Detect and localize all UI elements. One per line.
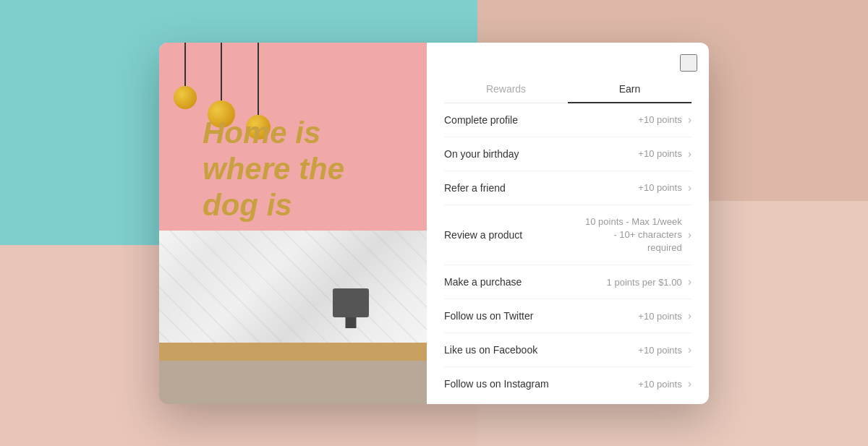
earn-item-value: +10 points (638, 345, 681, 356)
chevron-right-icon: › (688, 113, 692, 126)
close-button[interactable] (680, 54, 697, 72)
earn-item-label: Review a product (444, 229, 581, 241)
chevron-right-icon: › (688, 228, 692, 241)
earn-list-item[interactable]: Make a purchase1 points per $1.00› (444, 265, 692, 299)
earn-list-item[interactable]: Refer a friend+10 points› (444, 171, 692, 205)
earn-list-item[interactable]: Review a product10 points - Max 1/week -… (444, 205, 692, 266)
modal: Home iswhere thedog is Rewards Earn C (159, 43, 709, 404)
earn-item-value: +10 points (638, 182, 681, 193)
earn-item-value: +10 points (638, 379, 681, 390)
chevron-right-icon: › (688, 147, 692, 160)
wall-text: Home iswhere thedog is (203, 115, 344, 224)
earn-item-label: Follow us on Twitter (444, 310, 638, 322)
earn-item-label: Follow us on Instagram (444, 378, 638, 390)
earn-item-value: 1 points per $1.00 (607, 277, 682, 288)
tab-rewards[interactable]: Rewards (444, 76, 568, 103)
earn-list-item[interactable]: On your birthday+10 points› (444, 137, 692, 171)
earn-list-item[interactable]: Like us on Facebook+10 points› (444, 333, 692, 367)
modal-header (427, 43, 709, 76)
modal-right-panel: Rewards Earn Complete profile+10 points›… (427, 43, 709, 404)
earn-item-label: Make a purchase (444, 276, 607, 288)
earn-list-item[interactable]: Complete profile+10 points› (444, 103, 692, 137)
earn-item-value: 10 points - Max 1/week - 10+ characters … (581, 215, 682, 255)
light-globe (174, 86, 197, 109)
monitor (333, 288, 369, 317)
chevron-right-icon: › (688, 309, 692, 322)
chevron-right-icon: › (688, 181, 692, 194)
counter-marble (159, 231, 427, 346)
wire-line (258, 43, 259, 115)
earn-item-label: Like us on Facebook (444, 344, 638, 356)
tabs-row: Rewards Earn (444, 76, 692, 103)
pendant-light-1 (174, 43, 197, 140)
earn-items-list: Complete profile+10 points›On your birth… (427, 103, 709, 404)
earn-item-value: +10 points (638, 311, 681, 322)
wire-line (221, 43, 222, 100)
salon-image-panel: Home iswhere thedog is (159, 43, 427, 404)
earn-item-value: +10 points (638, 148, 681, 159)
chevron-right-icon: › (688, 275, 692, 288)
earn-item-label: On your birthday (444, 148, 638, 160)
earn-item-label: Complete profile (444, 114, 638, 126)
wire-line (184, 43, 186, 86)
earn-list-item[interactable]: Follow us on Twitter+10 points› (444, 299, 692, 333)
page-container: Home iswhere thedog is Rewards Earn C (0, 0, 868, 446)
salon-floor (159, 361, 427, 404)
chevron-right-icon: › (688, 377, 692, 390)
earn-list-item[interactable]: Follow us on Instagram+10 points› (444, 367, 692, 400)
earn-item-value: +10 points (638, 114, 681, 125)
chevron-right-icon: › (688, 343, 692, 356)
earn-item-label: Refer a friend (444, 182, 638, 194)
tab-earn[interactable]: Earn (568, 76, 692, 103)
